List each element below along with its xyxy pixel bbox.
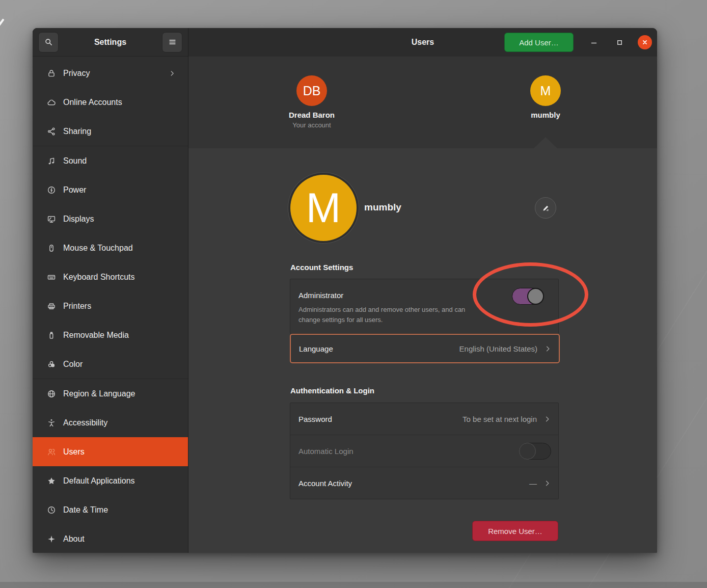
cursor-artifact <box>0 18 5 26</box>
menu-button[interactable] <box>162 32 182 52</box>
sidebar-item-label: About <box>63 534 176 544</box>
sidebar-item-label: Power <box>63 185 176 195</box>
close-icon <box>641 39 648 46</box>
sidebar-item-removable-media[interactable]: Removable Media <box>33 320 188 350</box>
sidebar-item-online-accounts[interactable]: Online Accounts <box>33 88 188 117</box>
chevron-right-icon <box>544 345 552 353</box>
sidebar-item-label: Users <box>63 447 176 457</box>
settings-window: Settings Privacy <box>33 28 657 553</box>
sidebar-item-power[interactable]: Power <box>33 175 188 204</box>
sidebar-item-accessibility[interactable]: Accessibility <box>33 408 188 437</box>
account-settings-heading: Account Settings <box>290 263 353 272</box>
language-value: English (United States) <box>459 344 537 353</box>
sidebar-item-label: Privacy <box>63 69 162 78</box>
user-card-dread-baron[interactable]: DB Dread Baron Your account <box>289 75 335 129</box>
password-label: Password <box>298 415 463 423</box>
sidebar-item-keyboard-shortcuts[interactable]: Keyboard Shortcuts <box>33 262 188 291</box>
cloud-icon <box>46 97 57 108</box>
user-name: Dread Baron <box>289 111 335 119</box>
automatic-login-row: Automatic Login <box>290 435 558 467</box>
search-icon <box>44 38 53 46</box>
sidebar-item-privacy[interactable]: Privacy <box>33 59 188 88</box>
sidebar-item-label: Displays <box>63 215 176 224</box>
sidebar-item-mouse-touchpad[interactable]: Mouse & Touchpad <box>33 233 188 262</box>
sound-icon <box>46 155 57 166</box>
window-controls <box>587 35 652 49</box>
main-pane: Users Add User… <box>188 28 657 553</box>
administrator-toggle[interactable] <box>512 288 544 305</box>
avatar: DB <box>296 75 327 106</box>
sidebar-item-sound[interactable]: Sound <box>33 146 188 175</box>
sidebar-header: Settings <box>33 28 188 57</box>
minimize-icon <box>590 38 598 46</box>
sidebar-item-date-time[interactable]: Date & Time <box>33 495 188 524</box>
sidebar-item-users[interactable]: Users <box>33 437 188 466</box>
search-button[interactable] <box>38 32 59 52</box>
automatic-login-toggle[interactable] <box>519 443 551 460</box>
administrator-description: Administrators can add and remove other … <box>298 305 478 325</box>
sidebar-item-region-language[interactable]: Region & Language <box>33 379 188 408</box>
password-value: To be set at next login <box>463 415 537 423</box>
language-row[interactable]: Language English (United States) <box>290 334 560 363</box>
add-user-button[interactable]: Add User… <box>504 33 574 52</box>
sidebar-item-about[interactable]: About <box>33 524 188 553</box>
headerbar: Users Add User… <box>188 28 657 57</box>
account-activity-value: — <box>529 479 537 488</box>
power-icon <box>46 184 57 195</box>
user-card-mumbly[interactable]: M mumbly <box>530 75 561 119</box>
app-title: Settings <box>94 38 126 47</box>
profile-avatar[interactable]: M <box>290 175 357 241</box>
sidebar-item-printers[interactable]: Printers <box>33 291 188 320</box>
display-icon <box>46 213 57 224</box>
remove-user-button[interactable]: Remove User… <box>472 521 558 541</box>
account-activity-row[interactable]: Account Activity — <box>290 467 558 499</box>
profile-name: mumbly <box>364 202 401 213</box>
sidebar-item-label: Printers <box>63 302 176 311</box>
sidebar-item-sharing[interactable]: Sharing <box>33 117 188 146</box>
star-icon <box>46 475 57 486</box>
sidebar-item-label: Sound <box>63 156 176 166</box>
close-button[interactable] <box>638 35 652 49</box>
user-subtitle: Your account <box>289 121 335 129</box>
chevron-right-icon <box>169 70 176 77</box>
printer-icon <box>46 301 57 311</box>
sidebar-item-color[interactable]: Color <box>33 350 188 379</box>
pencil-icon <box>541 204 550 212</box>
auth-login-heading: Authentication & Login <box>290 386 374 395</box>
maximize-button[interactable] <box>612 35 627 49</box>
sidebar-item-label: Sharing <box>63 127 176 136</box>
sidebar-nav: Privacy Online Accounts Sharing <box>33 57 188 553</box>
mouse-icon <box>46 243 57 253</box>
share-icon <box>46 126 57 137</box>
desktop-bottom-shade <box>0 582 707 588</box>
toggle-knob <box>519 443 536 460</box>
administrator-label: Administrator <box>298 291 343 300</box>
password-row[interactable]: Password To be set at next login <box>290 403 558 435</box>
sidebar: Settings Privacy <box>33 28 188 553</box>
sidebar-item-label: Accessibility <box>63 418 176 427</box>
maximize-icon <box>616 39 623 46</box>
auth-login-group: Password To be set at next login Automat… <box>290 403 559 499</box>
lock-icon <box>46 68 57 78</box>
sidebar-item-label: Online Accounts <box>63 98 176 107</box>
sidebar-item-displays[interactable]: Displays <box>33 204 188 233</box>
desktop-background: Settings Privacy <box>0 0 707 588</box>
user-selector-strip: DB Dread Baron Your account M mumbly <box>188 57 657 148</box>
globe-icon <box>46 388 57 399</box>
avatar: M <box>530 75 561 106</box>
selected-user-caret <box>534 137 557 148</box>
usb-drive-icon <box>46 330 57 340</box>
toggle-knob <box>527 288 544 305</box>
administrator-row[interactable]: Administrator Administrators can add and… <box>290 279 559 334</box>
minimize-button[interactable] <box>587 35 601 49</box>
users-icon <box>46 446 57 457</box>
account-activity-label: Account Activity <box>298 479 529 488</box>
chevron-right-icon <box>543 415 551 423</box>
sidebar-item-label: Region & Language <box>63 389 176 398</box>
sidebar-item-label: Date & Time <box>63 505 176 515</box>
user-name: mumbly <box>530 111 561 119</box>
sidebar-item-label: Color <box>63 360 176 369</box>
edit-name-button[interactable] <box>535 197 556 219</box>
hamburger-menu-icon <box>168 38 177 46</box>
sidebar-item-default-applications[interactable]: Default Applications <box>33 466 188 495</box>
